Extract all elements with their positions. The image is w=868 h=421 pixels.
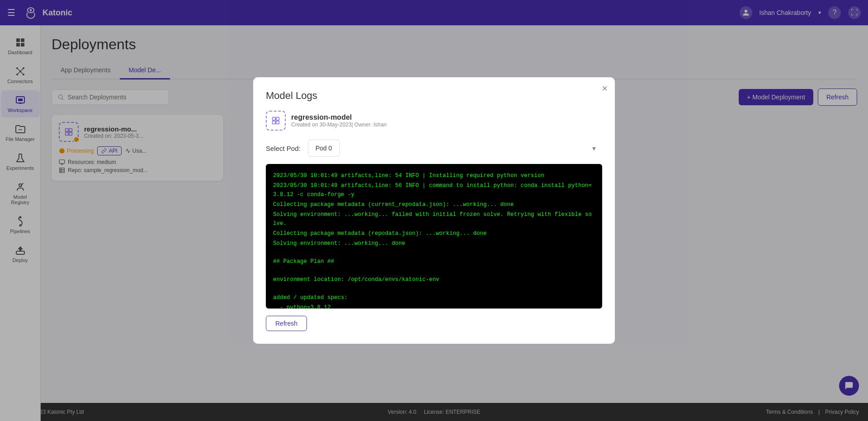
modal-overlay[interactable]: Model Logs × regression-model Created on… <box>0 0 868 403</box>
log-terminal: 2023/05/30 10:01:49 artifacts,line: 54 I… <box>266 164 602 309</box>
model-logs-modal: Model Logs × regression-model Created on… <box>253 77 615 344</box>
svg-rect-38 <box>276 117 279 120</box>
svg-rect-40 <box>276 121 279 124</box>
modal-close-button[interactable]: × <box>602 84 608 94</box>
modal-model-info: regression-model Created on 30-May-2023|… <box>266 111 602 131</box>
modal-title: Model Logs <box>266 90 602 102</box>
modal-model-icon <box>266 111 286 131</box>
select-pod-label: Select Pod: <box>266 145 301 152</box>
svg-rect-37 <box>273 117 275 120</box>
modal-model-details: regression-model Created on 30-May-2023|… <box>291 113 387 128</box>
modal-refresh-button[interactable]: Refresh <box>266 316 307 331</box>
pod-select[interactable]: Pod 0 Pod 1 <box>308 140 340 157</box>
modal-model-name: regression-model <box>291 113 387 122</box>
modal-model-meta: Created on 30-May-2023| Owner: Ishan <box>291 122 387 128</box>
svg-rect-39 <box>273 121 275 124</box>
select-pod-row: Select Pod: Pod 0 Pod 1 <box>266 140 602 157</box>
pod-select-wrapper: Pod 0 Pod 1 <box>308 140 602 157</box>
